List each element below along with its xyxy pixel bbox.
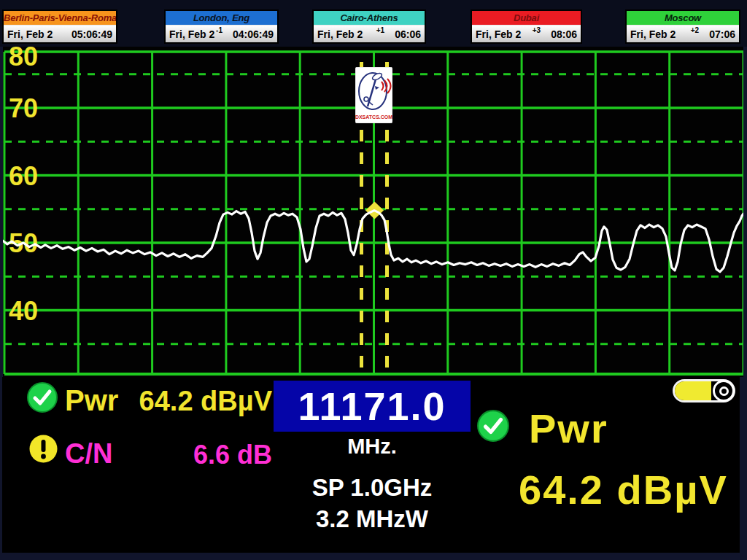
world-clock-berlin: Berlin-Paris-Vienna-Roma Fri, Feb 2 05:0… <box>2 9 117 44</box>
toggle-fill <box>675 381 711 400</box>
clock-utc-offset: +1 <box>376 26 384 34</box>
clock-date: Fri, Feb 2 <box>7 28 53 40</box>
big-pwr-value: 64.2 dBµV <box>519 466 728 513</box>
readout-panel: Pwr 64.2 dBµV C/N 6.6 dB 11171.0 MHz. SP… <box>2 377 740 553</box>
world-clock-dubai: Dubai Fri, Feb 2 +3 08:06 <box>471 9 582 44</box>
clock-time: 07:06 <box>709 28 735 40</box>
y-tick-label: 70 <box>9 93 38 123</box>
cn-label: C/N <box>65 438 112 470</box>
pwr-status-ok-icon <box>26 381 58 413</box>
dxsatcs-logo: DXSATCS.COM <box>355 67 392 123</box>
y-tick-label: 40 <box>9 296 38 326</box>
pwr-value: 64.2 dBµV <box>130 386 272 417</box>
clock-date: Fri, Feb 2 <box>317 28 363 40</box>
world-clock-cairo: Cairo-Athens Fri, Feb 2 +1 06:06 <box>312 9 426 44</box>
toggle-switch[interactable] <box>673 379 735 402</box>
span-readout: SP 1.0GHz <box>270 474 474 502</box>
clock-city-label: Dubai <box>472 11 581 25</box>
clock-date: Fri, Feb 2 <box>169 28 214 40</box>
clock-city-label: London, Eng <box>166 11 277 25</box>
frequency-display[interactable]: 11171.0 <box>274 381 471 432</box>
frequency-unit: MHz. <box>274 435 471 459</box>
clock-utc-offset: +2 <box>691 26 699 34</box>
clock-time: 06:06 <box>395 28 421 40</box>
clock-city-label: Moscow <box>627 11 739 25</box>
clock-utc-offset: +3 <box>533 26 541 34</box>
world-clock-moscow: Moscow Fri, Feb 2 +2 07:06 <box>625 9 740 44</box>
clock-time: 04:06:49 <box>233 28 274 40</box>
logo-text: DXSATCS.COM <box>355 114 392 120</box>
bandwidth-readout: 3.2 MHzW <box>270 505 474 533</box>
toggle-knob[interactable] <box>713 380 735 402</box>
clock-city-label: Cairo-Athens <box>314 11 425 25</box>
world-clock-bar: Berlin-Paris-Vienna-Roma Fri, Feb 2 05:0… <box>0 0 747 47</box>
y-tick-label: 80 <box>9 47 38 71</box>
clock-date: Fri, Feb 2 <box>630 28 676 40</box>
world-clock-london: London, Eng Fri, Feb 2 -1 04:06:49 <box>164 9 279 44</box>
clock-date: Fri, Feb 2 <box>476 28 521 40</box>
cn-warning-icon <box>28 434 58 464</box>
clock-time: 05:06:49 <box>71 28 112 40</box>
sat-meter-screen: Berlin-Paris-Vienna-Roma Fri, Feb 2 05:0… <box>0 0 747 560</box>
big-pwr-status-ok-icon <box>476 409 510 443</box>
toggle-knob-inner <box>719 386 729 396</box>
cn-value: 6.6 dB <box>130 440 272 470</box>
clock-utc-offset: -1 <box>216 26 222 34</box>
y-tick-label: 60 <box>9 161 38 191</box>
big-pwr-label: Pwr <box>529 405 608 452</box>
pwr-label: Pwr <box>65 384 118 417</box>
clock-time: 08:06 <box>551 28 577 40</box>
clock-city-label: Berlin-Paris-Vienna-Roma <box>4 11 116 25</box>
